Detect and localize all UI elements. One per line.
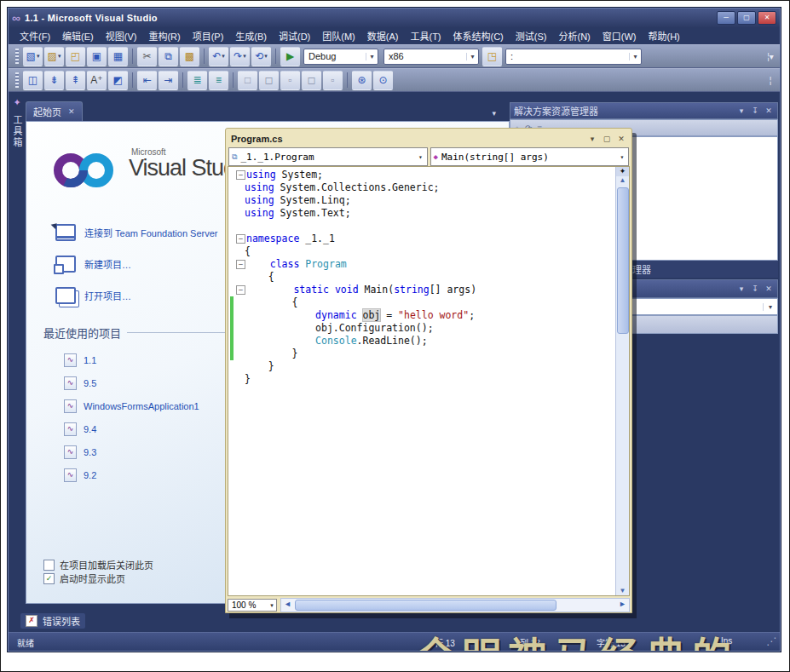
scrollbar-thumb[interactable] bbox=[617, 187, 629, 334]
scroll-left-icon[interactable]: ◄ bbox=[281, 599, 294, 610]
database-icon[interactable]: ⊙ bbox=[373, 71, 393, 90]
cut-icon[interactable]: ✂ bbox=[137, 47, 157, 66]
menu-item-13[interactable]: 窗口(W) bbox=[597, 27, 643, 44]
maximize-icon[interactable]: ▢ bbox=[602, 135, 612, 143]
chevron-down-icon[interactable]: ▾ bbox=[243, 53, 246, 60]
outline-collapse-icon[interactable]: − bbox=[236, 285, 245, 295]
checkbox[interactable]: ✓ bbox=[43, 573, 55, 584]
menu-item-0[interactable]: 文件(F) bbox=[14, 27, 56, 44]
editor-title-bar[interactable]: Program.cs ▾ ▢ ✕ bbox=[228, 130, 630, 147]
next-bookmark-icon[interactable]: ▫ bbox=[280, 71, 300, 90]
title-bar[interactable]: ∞ 1.1 - Microsoft Visual Studio ─ ▢ ✕ bbox=[9, 9, 780, 27]
horizontal-scrollbar[interactable]: ◄ ► bbox=[280, 598, 630, 612]
display-object-member-list-icon[interactable]: ◫ bbox=[23, 71, 43, 90]
toolbar-grip[interactable] bbox=[15, 49, 19, 64]
configuration-combo[interactable]: Debug ▾ bbox=[303, 49, 378, 65]
add-item-icon[interactable]: ▨▾ bbox=[44, 47, 64, 66]
zoom-combo[interactable]: 100 % ▾ bbox=[228, 599, 277, 612]
chevron-down-icon[interactable]: ▾ bbox=[466, 53, 478, 60]
new-project-link[interactable]: 新建项目… bbox=[55, 254, 218, 274]
minimize-button[interactable]: ─ bbox=[717, 11, 735, 25]
outline-collapse-icon[interactable]: − bbox=[236, 170, 245, 180]
panel-menu-icon[interactable]: ▾ bbox=[736, 106, 747, 115]
recent-project-2[interactable]: ∿WindowsFormsApplication1 bbox=[64, 394, 199, 417]
open-project-link[interactable]: 打开项目… bbox=[55, 285, 218, 306]
menu-item-7[interactable]: 团队(M) bbox=[316, 27, 361, 44]
data-source-icon[interactable]: ⊛ bbox=[352, 71, 372, 90]
open-file-icon[interactable]: ◰ bbox=[66, 47, 85, 66]
menu-item-2[interactable]: 视图(V) bbox=[100, 27, 143, 44]
checkbox[interactable] bbox=[43, 560, 55, 571]
navigate-backward-icon[interactable]: ⟲▾ bbox=[251, 47, 271, 66]
recent-project-5[interactable]: ∿9.2 bbox=[64, 463, 199, 486]
chevron-down-icon[interactable]: ▾ bbox=[222, 53, 225, 60]
parameter-info-icon[interactable]: ⇟ bbox=[44, 71, 64, 90]
attach-process-icon[interactable]: ◳ bbox=[482, 47, 502, 66]
quick-info-icon[interactable]: ⇞ bbox=[66, 71, 85, 90]
window-position-menu-icon[interactable]: ▾ bbox=[587, 135, 597, 143]
resize-grip[interactable]: ⋰ bbox=[766, 635, 776, 647]
scrollbar-thumb[interactable] bbox=[295, 600, 556, 611]
close-icon[interactable]: ✕ bbox=[616, 135, 626, 143]
toolbar-overflow-button[interactable]: ¦▾ bbox=[764, 52, 776, 61]
outline-collapse-icon[interactable]: − bbox=[236, 234, 245, 244]
increase-indent-icon[interactable]: ⇥ bbox=[159, 71, 178, 90]
save-all-icon[interactable]: ▦ bbox=[108, 47, 128, 66]
paste-icon[interactable]: ▩ bbox=[180, 47, 199, 66]
undo-icon[interactable]: ↶▾ bbox=[209, 47, 228, 66]
copy-icon[interactable]: ⧉ bbox=[159, 47, 178, 66]
solution-explorer-header[interactable]: 解决方案资源管理器 ▾ ↧ ✕ bbox=[510, 102, 778, 119]
decrease-indent-icon[interactable]: ⇤ bbox=[137, 71, 157, 90]
menu-item-10[interactable]: 体系结构(C) bbox=[447, 27, 510, 44]
menu-item-11[interactable]: 测试(S) bbox=[510, 27, 553, 44]
code-editor[interactable]: −using System;using System.Collections.G… bbox=[228, 166, 630, 596]
scroll-right-icon[interactable]: ► bbox=[616, 599, 629, 610]
platform-combo[interactable]: x86 ▾ bbox=[383, 49, 479, 65]
pin-icon[interactable]: ↧ bbox=[750, 284, 760, 293]
menu-item-3[interactable]: 重构(R) bbox=[142, 27, 186, 44]
connect-team-foundation-link[interactable]: 连接到 Team Foundation Server bbox=[55, 222, 218, 243]
previous-bookmark-folder-icon[interactable]: ◻ bbox=[302, 71, 321, 90]
scroll-up-icon[interactable]: ▲ bbox=[616, 176, 629, 184]
chevron-down-icon[interactable]: ▾ bbox=[264, 53, 268, 60]
next-bookmark-folder-icon[interactable]: ▫ bbox=[323, 71, 343, 90]
chevron-down-icon[interactable]: ▾ bbox=[366, 53, 378, 60]
toolbox-tab-strip[interactable]: ✦ 工具箱 bbox=[9, 92, 26, 632]
menu-item-9[interactable]: 工具(T) bbox=[404, 27, 447, 44]
panel-menu-icon[interactable]: ▾ bbox=[736, 284, 747, 293]
previous-bookmark-icon[interactable]: ◻ bbox=[259, 71, 279, 90]
chevron-down-icon[interactable]: ▾ bbox=[268, 602, 276, 609]
document-list-dropdown-icon[interactable]: ▾ bbox=[492, 109, 496, 118]
pin-icon[interactable]: ↧ bbox=[750, 106, 760, 115]
menu-item-6[interactable]: 调试(D) bbox=[273, 27, 316, 44]
chevron-down-icon[interactable]: ▾ bbox=[763, 303, 777, 311]
toolbox-tab-label[interactable]: 工具箱 bbox=[10, 115, 24, 148]
scroll-down-icon[interactable]: ▼ bbox=[616, 587, 629, 594]
chevron-down-icon[interactable]: ▾ bbox=[415, 153, 427, 161]
chevron-down-icon[interactable]: ▾ bbox=[616, 153, 628, 161]
menu-item-12[interactable]: 分析(N) bbox=[552, 27, 596, 44]
toolbar-grip[interactable] bbox=[15, 72, 19, 88]
redo-icon[interactable]: ↷▾ bbox=[230, 47, 250, 66]
menu-item-1[interactable]: 编辑(E) bbox=[56, 27, 100, 44]
display-word-completion-icon[interactable]: ◩ bbox=[108, 71, 128, 90]
recent-project-1[interactable]: ∿9.5 bbox=[64, 371, 199, 394]
chevron-down-icon[interactable]: ▾ bbox=[58, 53, 61, 60]
menu-item-4[interactable]: 项目(P) bbox=[187, 27, 230, 44]
close-icon[interactable]: ✕ bbox=[764, 284, 774, 293]
members-combo[interactable]: ◆ Main(string[] args) ▾ bbox=[430, 147, 630, 166]
tab-start-page[interactable]: 起始页 ✕ bbox=[26, 101, 83, 121]
menu-item-8[interactable]: 数据(A) bbox=[361, 27, 405, 44]
save-icon[interactable]: ▣ bbox=[87, 47, 107, 66]
find-command-combo[interactable]: : ▾ bbox=[505, 49, 642, 65]
close-button[interactable]: ✕ bbox=[758, 11, 776, 25]
uncomment-selection-icon[interactable]: ≡ bbox=[209, 71, 228, 90]
comment-selection-icon[interactable]: ≣ bbox=[187, 71, 207, 90]
tab-close-icon[interactable]: ✕ bbox=[68, 107, 75, 116]
close-icon[interactable]: ✕ bbox=[764, 106, 774, 115]
new-project-icon[interactable]: ▧▾ bbox=[23, 47, 43, 66]
recent-project-3[interactable]: ∿9.4 bbox=[64, 417, 199, 440]
recent-project-0[interactable]: ∿1.1 bbox=[64, 348, 199, 371]
menu-item-5[interactable]: 生成(B) bbox=[229, 27, 273, 44]
menu-item-14[interactable]: 帮助(H) bbox=[642, 27, 685, 44]
